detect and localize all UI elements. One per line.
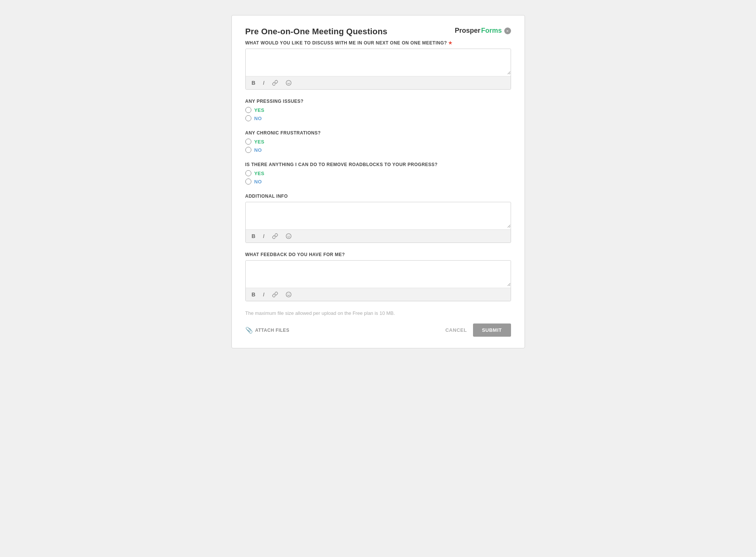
radio-option-no-2[interactable]: NO <box>245 115 511 121</box>
radio-yes-2[interactable] <box>245 107 251 113</box>
logo-area: Prosper Forms × <box>455 27 511 35</box>
question-section-4: IS THERE ANYTHING I CAN DO TO REMOVE ROA… <box>245 162 511 185</box>
link-button-1[interactable] <box>271 79 280 87</box>
attach-files-button[interactable]: 📎 ATTACH FILES <box>245 327 289 334</box>
logo-forms-text: Forms <box>481 27 502 35</box>
richtext-editor-5: B I <box>245 202 511 243</box>
svg-point-0 <box>286 80 291 85</box>
richtext-input-5[interactable] <box>246 202 511 228</box>
italic-button-1[interactable]: I <box>262 79 266 87</box>
emoji-button-6[interactable] <box>284 291 293 298</box>
radio-group-4: YES NO <box>245 170 511 185</box>
question-label-4: IS THERE ANYTHING I CAN DO TO REMOVE ROA… <box>245 162 511 167</box>
bold-button-1[interactable]: B <box>250 79 257 87</box>
modal-overlay: Pre One-on-One Meeting Questions Prosper… <box>0 0 756 557</box>
radio-option-yes-4[interactable]: YES <box>245 170 511 176</box>
richtext-toolbar-1: B I <box>246 76 511 89</box>
richtext-toolbar-6: B I <box>246 288 511 301</box>
radio-label-yes-2: YES <box>254 107 265 113</box>
richtext-editor-1: B I <box>245 49 511 90</box>
richtext-editor-6: B I <box>245 260 511 301</box>
radio-label-yes-3: YES <box>254 139 265 145</box>
radio-label-no-3: NO <box>254 147 262 153</box>
emoji-button-1[interactable] <box>284 79 293 87</box>
question-section-2: ANY PRESSING ISSUES? YES NO <box>245 99 511 121</box>
form-title: Pre One-on-One Meeting Questions <box>245 27 388 37</box>
footer-actions: CANCEL SUBMIT <box>445 324 511 337</box>
bold-button-6[interactable]: B <box>250 291 257 298</box>
radio-yes-4[interactable] <box>245 170 251 176</box>
italic-button-5[interactable]: I <box>262 232 266 240</box>
form-card: Pre One-on-One Meeting Questions Prosper… <box>231 15 525 348</box>
radio-option-no-3[interactable]: NO <box>245 147 511 153</box>
prosper-forms-logo: Prosper Forms <box>455 27 502 35</box>
radio-option-yes-3[interactable]: YES <box>245 139 511 145</box>
file-size-note: The maximum file size allowed per upload… <box>245 310 511 316</box>
richtext-toolbar-5: B I <box>246 229 511 243</box>
question-section-1: WHAT WOULD YOU LIKE TO DISCUSS WITH ME I… <box>245 40 511 90</box>
question-section-6: WHAT FEEDBACK DO YOU HAVE FOR ME? B I <box>245 252 511 301</box>
required-star-1: ★ <box>448 40 453 46</box>
radio-label-no-2: NO <box>254 116 262 121</box>
radio-no-3[interactable] <box>245 147 251 153</box>
close-button[interactable]: × <box>504 27 511 34</box>
radio-yes-3[interactable] <box>245 139 251 145</box>
emoji-button-5[interactable] <box>284 232 293 240</box>
radio-label-no-4: NO <box>254 179 262 185</box>
question-label-1: WHAT WOULD YOU LIKE TO DISCUSS WITH ME I… <box>245 40 511 46</box>
attach-files-label: ATTACH FILES <box>255 328 289 333</box>
radio-group-3: YES NO <box>245 139 511 153</box>
question-label-3: ANY CHRONIC FRUSTRATIONS? <box>245 130 511 136</box>
paperclip-icon: 📎 <box>245 327 253 334</box>
richtext-input-6[interactable] <box>246 261 511 286</box>
svg-point-6 <box>286 292 291 297</box>
italic-button-6[interactable]: I <box>262 291 266 298</box>
submit-button[interactable]: SUBMIT <box>473 324 511 337</box>
logo-prosper-text: Prosper <box>455 27 480 35</box>
question-label-2: ANY PRESSING ISSUES? <box>245 99 511 104</box>
form-footer: 📎 ATTACH FILES CANCEL SUBMIT <box>245 324 511 337</box>
link-button-6[interactable] <box>271 291 280 298</box>
svg-point-3 <box>286 233 291 238</box>
bold-button-5[interactable]: B <box>250 232 257 240</box>
radio-label-yes-4: YES <box>254 171 265 176</box>
question-label-6: WHAT FEEDBACK DO YOU HAVE FOR ME? <box>245 252 511 257</box>
question-section-5: ADDITIONAL INFO B I <box>245 194 511 243</box>
radio-no-2[interactable] <box>245 115 251 121</box>
radio-option-yes-2[interactable]: YES <box>245 107 511 113</box>
form-header: Pre One-on-One Meeting Questions Prosper… <box>245 27 511 37</box>
radio-option-no-4[interactable]: NO <box>245 179 511 185</box>
richtext-input-1[interactable] <box>246 49 511 75</box>
radio-no-4[interactable] <box>245 179 251 185</box>
question-section-3: ANY CHRONIC FRUSTRATIONS? YES NO <box>245 130 511 153</box>
radio-group-2: YES NO <box>245 107 511 121</box>
cancel-button[interactable]: CANCEL <box>445 327 467 333</box>
link-button-5[interactable] <box>271 232 280 240</box>
question-label-5: ADDITIONAL INFO <box>245 194 511 199</box>
